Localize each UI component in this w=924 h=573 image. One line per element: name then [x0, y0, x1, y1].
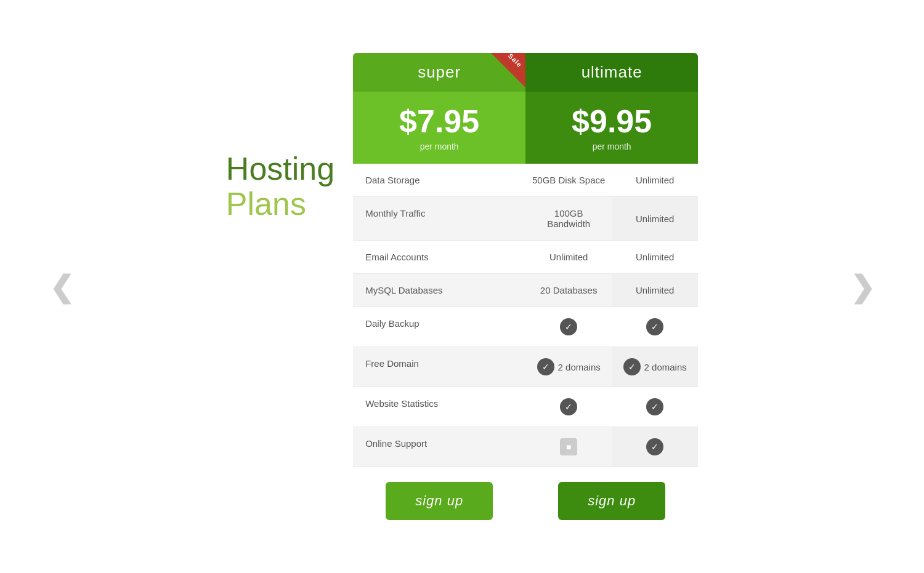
- feature-value-ultimate: Unlimited: [636, 285, 675, 295]
- signup-col-ultimate: sign up: [525, 482, 698, 520]
- feature-col-super: ✓2 domains: [525, 347, 612, 387]
- feature-label: Data Storage: [353, 164, 525, 196]
- feature-col-super: ■: [525, 427, 612, 467]
- feature-col-ultimate: ✓: [612, 427, 698, 467]
- check-icon: ✓: [646, 438, 663, 455]
- plan-header-ultimate: ultimate: [525, 53, 698, 92]
- next-arrow[interactable]: ❯: [850, 270, 875, 304]
- page-wrapper: ❮ ❯ Hosting Plans super Sale ultimate: [0, 28, 924, 545]
- feature-row: Data Storage50GB Disk SpaceUnlimited: [353, 164, 698, 197]
- price-cell-super: $7.95 per month: [353, 92, 525, 164]
- plans-price: $7.95 per month $9.95 per month: [353, 92, 698, 164]
- feature-row: MySQL Databases20 DatabasesUnlimited: [353, 274, 698, 307]
- pricing-container: Hosting Plans super Sale ultimate $7.95: [226, 53, 698, 520]
- feature-value-super: 20 Databases: [540, 285, 598, 295]
- feature-value-ultimate: Unlimited: [636, 214, 675, 224]
- signup-button-super[interactable]: sign up: [386, 482, 493, 520]
- check-icon: ✓: [646, 318, 663, 335]
- feature-value-ultimate: 2 domains: [644, 362, 687, 372]
- feature-col-super: 20 Databases: [525, 274, 612, 307]
- feature-col-super: ✓: [525, 307, 612, 347]
- price-period-super: per month: [359, 142, 519, 151]
- features-container: Data Storage50GB Disk SpaceUnlimitedMont…: [353, 164, 698, 467]
- feature-row: Daily Backup✓✓: [353, 307, 698, 347]
- feature-col-super: 100GB Bandwidth: [525, 197, 612, 240]
- feature-value-super: Unlimited: [549, 252, 588, 262]
- price-amount-ultimate: $9.95: [532, 104, 692, 139]
- check-icon: ✓: [537, 358, 554, 375]
- pricing-table: super Sale ultimate $7.95 per month $9.9…: [353, 53, 698, 520]
- plan-name-super: super: [418, 63, 461, 81]
- feature-label: Online Support: [353, 427, 525, 467]
- feature-row: Website Statistics✓✓: [353, 387, 698, 427]
- feature-value-ultimate: Unlimited: [636, 175, 675, 185]
- price-cell-ultimate: $9.95 per month: [525, 92, 698, 164]
- feature-col-ultimate: Unlimited: [612, 274, 698, 307]
- feature-row: Free Domain✓2 domains✓2 domains: [353, 347, 698, 387]
- feature-value-ultimate: Unlimited: [636, 252, 675, 262]
- feature-col-ultimate: ✓2 domains: [612, 347, 698, 387]
- signup-col-super: sign up: [353, 482, 525, 520]
- feature-value-super: 100GB Bandwidth: [532, 208, 606, 229]
- partial-check-icon: ■: [560, 438, 577, 455]
- heading-plans: Plans: [226, 186, 334, 222]
- plan-name-ultimate: ultimate: [582, 63, 642, 81]
- feature-col-ultimate: Unlimited: [612, 164, 698, 196]
- feature-col-ultimate: ✓: [612, 387, 698, 427]
- plan-header-super: super Sale: [353, 53, 525, 92]
- feature-col-ultimate: Unlimited: [612, 197, 698, 240]
- feature-label: Website Statistics: [353, 387, 525, 427]
- check-icon: ✓: [560, 318, 577, 335]
- check-icon: ✓: [560, 398, 577, 415]
- heading-hosting: Hosting: [226, 151, 334, 186]
- price-amount-super: $7.95: [359, 104, 519, 139]
- prev-arrow[interactable]: ❮: [49, 270, 74, 304]
- feature-row: Online Support■✓: [353, 427, 698, 467]
- check-icon: ✓: [646, 398, 663, 415]
- feature-label: MySQL Databases: [353, 274, 525, 307]
- heading-section: Hosting Plans: [226, 53, 353, 222]
- feature-col-super: Unlimited: [525, 241, 612, 273]
- feature-row: Email AccountsUnlimitedUnlimited: [353, 241, 698, 274]
- feature-value-super: 2 domains: [558, 362, 601, 372]
- feature-label: Daily Backup: [353, 307, 525, 347]
- feature-label: Email Accounts: [353, 241, 525, 273]
- feature-col-ultimate: ✓: [612, 307, 698, 347]
- check-icon: ✓: [623, 358, 641, 375]
- feature-label: Free Domain: [353, 347, 525, 387]
- signups-row: sign up sign up: [353, 467, 698, 520]
- feature-col-super: ✓: [525, 387, 612, 427]
- price-period-ultimate: per month: [532, 142, 692, 151]
- feature-label: Monthly Traffic: [353, 197, 525, 240]
- plans-header: super Sale ultimate: [353, 53, 698, 92]
- feature-col-ultimate: Unlimited: [612, 241, 698, 273]
- feature-value-super: 50GB Disk Space: [532, 175, 605, 185]
- feature-row: Monthly Traffic100GB BandwidthUnlimited: [353, 197, 698, 241]
- signup-button-ultimate[interactable]: sign up: [558, 482, 665, 520]
- feature-col-super: 50GB Disk Space: [525, 164, 612, 196]
